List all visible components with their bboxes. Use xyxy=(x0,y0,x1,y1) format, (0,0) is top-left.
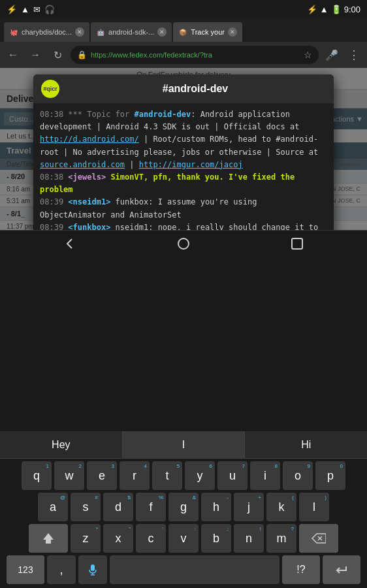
key-r[interactable]: r4 xyxy=(120,461,150,490)
backspace-key[interactable] xyxy=(299,524,338,553)
svg-marker-1 xyxy=(312,534,326,543)
home-nav-button[interactable] xyxy=(172,232,195,255)
irc-title-bar: #qicr #android-dev xyxy=(33,74,334,103)
status-icons-left: ⚡ ▲ ✉ 🎧 xyxy=(7,5,55,14)
key-comma[interactable]: , xyxy=(47,555,76,584)
svg-marker-0 xyxy=(43,533,54,544)
key-row-4: 123 , !? xyxy=(3,555,364,584)
key-g[interactable]: g& xyxy=(168,493,199,521)
key-n[interactable]: n! xyxy=(234,524,264,553)
tab-1[interactable]: 🐙 charybdis/doc... ✕ xyxy=(4,22,89,42)
irc-message-2: 08:38 <jewels> SimonVT, pfn, thank you. … xyxy=(40,171,327,196)
suggestion-hey[interactable]: Hey xyxy=(0,431,123,458)
tab-2-label: android-sdk-... xyxy=(108,28,154,36)
backspace-icon xyxy=(311,533,326,544)
key-t[interactable]: t5 xyxy=(152,461,182,490)
key-h[interactable]: h- xyxy=(201,493,231,521)
keyboard: Hey I Hi q1 w2 e3 r4 t5 y6 u7 i8 o9 p0 a… xyxy=(0,431,367,588)
keyboard-rows: q1 w2 e3 r4 t5 y6 u7 i8 o9 p0 a@ s# d$ f… xyxy=(0,459,367,588)
app-icon-2: ✉ xyxy=(33,5,40,14)
shift-icon xyxy=(42,532,55,545)
key-u[interactable]: u7 xyxy=(217,461,247,490)
key-123[interactable]: 123 xyxy=(7,555,44,584)
shift-key[interactable] xyxy=(29,524,68,553)
key-i[interactable]: i8 xyxy=(250,461,280,490)
back-nav-icon xyxy=(63,237,77,251)
svg-point-7 xyxy=(178,238,189,249)
key-space[interactable] xyxy=(110,555,279,584)
tab-1-label: charybdis/doc... xyxy=(22,28,72,36)
status-icons-right: ⚡ ▲ 🔋 9:00 xyxy=(307,5,360,14)
wifi-icon: ▲ xyxy=(320,5,328,14)
key-d[interactable]: d$ xyxy=(103,493,133,521)
key-f[interactable]: f% xyxy=(136,493,166,521)
key-l[interactable]: l) xyxy=(299,493,329,521)
nav-bar-bottom xyxy=(0,230,367,256)
modal-overlay: #qicr #android-dev 08:38 *** Topic for #… xyxy=(0,68,367,230)
irc-logo: #qicr xyxy=(41,80,59,98)
tab-2[interactable]: 🤖 android-sdk-... ✕ xyxy=(91,22,172,42)
battery-icon: 🔋 xyxy=(331,5,342,14)
back-nav-button[interactable] xyxy=(58,232,82,255)
svg-rect-8 xyxy=(292,238,302,249)
browser-tabs: 🐙 charybdis/doc... ✕ 🤖 android-sdk-... ✕… xyxy=(0,18,367,42)
key-w[interactable]: w2 xyxy=(54,461,84,490)
key-s[interactable]: s# xyxy=(71,493,101,521)
key-o[interactable]: o9 xyxy=(283,461,313,490)
enter-icon xyxy=(334,564,349,576)
page-content: On FedEx vehicle for delivery SAN JOSE, … xyxy=(0,68,367,230)
key-x[interactable]: x" xyxy=(103,524,133,553)
key-p[interactable]: p0 xyxy=(315,461,345,490)
back-button[interactable]: ← xyxy=(4,46,22,64)
key-mic[interactable] xyxy=(78,555,107,584)
key-j[interactable]: j+ xyxy=(234,493,264,521)
tab-3-label: Track your xyxy=(191,28,225,36)
bluetooth-status-icon: ⚡ xyxy=(307,5,317,14)
tab-1-favicon: 🐙 xyxy=(9,27,18,37)
suggestion-hi[interactable]: Hi xyxy=(245,431,367,458)
tab-3[interactable]: 📦 Track your ✕ xyxy=(173,22,242,42)
forward-button[interactable]: → xyxy=(26,46,44,64)
key-k[interactable]: k( xyxy=(266,493,296,521)
tab-3-close[interactable]: ✕ xyxy=(228,27,237,37)
address-bar: ← → ↻ 🔒 https://www.fedex.com/fedextrack… xyxy=(0,42,367,68)
key-b[interactable]: b; xyxy=(201,524,231,553)
key-row-2: a@ s# d$ f% g& h- j+ k( l) xyxy=(3,493,364,521)
irc-message-3: 08:39 <nseidm1> funkbox: I assume you're… xyxy=(40,196,327,221)
mic-icon[interactable]: 🎤 xyxy=(323,46,341,64)
url-bar[interactable]: 🔒 https://www.fedex.com/fedextrack/?tra … xyxy=(71,46,319,64)
key-y[interactable]: y6 xyxy=(185,461,215,490)
word-suggestions: Hey I Hi xyxy=(0,431,367,459)
bluetooth-icon: ⚡ xyxy=(7,5,17,14)
key-e[interactable]: e3 xyxy=(87,461,117,490)
key-v[interactable]: v: xyxy=(168,524,199,553)
key-a[interactable]: a@ xyxy=(38,493,68,521)
recent-nav-icon xyxy=(290,237,304,251)
key-punctuation[interactable]: !? xyxy=(282,555,320,584)
menu-button[interactable]: ⋮ xyxy=(345,46,363,64)
key-c[interactable]: c' xyxy=(136,524,166,553)
key-m[interactable]: m? xyxy=(266,524,296,553)
svg-rect-4 xyxy=(91,564,95,571)
tab-2-close[interactable]: ✕ xyxy=(157,27,167,37)
lock-icon: 🔒 xyxy=(77,50,87,59)
suggestion-i[interactable]: I xyxy=(123,431,246,458)
tab-2-favicon: 🤖 xyxy=(96,27,105,37)
home-nav-icon xyxy=(176,237,191,251)
irc-modal: #qicr #android-dev 08:38 *** Topic for #… xyxy=(33,74,334,230)
tab-1-close[interactable]: ✕ xyxy=(75,27,84,37)
key-row-1: q1 w2 e3 r4 t5 y6 u7 i8 o9 p0 xyxy=(3,461,364,490)
irc-message-4: 08:39 <funkbox> nseidm1: nope, i really … xyxy=(40,221,327,230)
irc-message-1: 08:38 *** Topic for #android-dev: Androi… xyxy=(40,108,327,171)
status-bar: ⚡ ▲ ✉ 🎧 ⚡ ▲ 🔋 9:00 xyxy=(0,0,367,18)
app-icon-3: 🎧 xyxy=(44,5,55,14)
key-q[interactable]: q1 xyxy=(22,461,52,490)
mic-key-icon xyxy=(88,564,97,576)
refresh-button[interactable]: ↻ xyxy=(48,46,67,64)
app-icon-1: ▲ xyxy=(21,5,29,14)
bookmark-icon[interactable]: ☆ xyxy=(304,50,312,60)
recent-nav-button[interactable] xyxy=(285,232,309,255)
key-z[interactable]: z* xyxy=(71,524,101,553)
enter-key[interactable] xyxy=(323,555,360,584)
clock: 9:00 xyxy=(344,5,360,14)
